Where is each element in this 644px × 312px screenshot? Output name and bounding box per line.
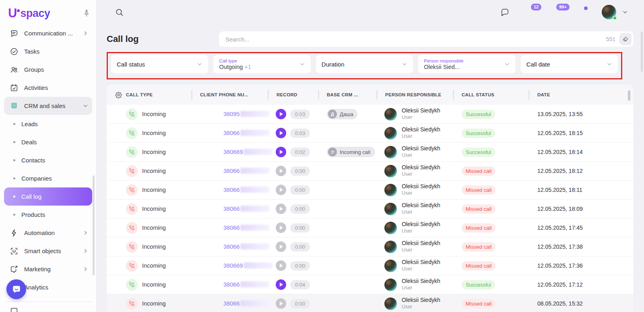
sidebar-item-tasks[interactable]: Tasks (4, 42, 92, 60)
person-responsible-cell[interactable]: Oleksii Siedykh User (376, 164, 453, 177)
table-row[interactable]: Incoming 380669 0:02 Incoming call 38. O… (107, 143, 634, 162)
client-phone-link[interactable]: 38066 (223, 167, 269, 174)
sidebar-item-automation[interactable]: Automation (4, 224, 92, 242)
play-record-button[interactable] (276, 109, 286, 119)
call-type-cell: Incoming (125, 165, 191, 177)
person-responsible-cell[interactable]: Oleksii Siedykh User (376, 183, 453, 196)
sidebar-item-communication[interactable]: Communication ... (4, 24, 92, 42)
person-responsible-cell[interactable]: Oleksii Siedykh User (376, 145, 453, 158)
person-responsible-cell[interactable]: Oleksii Siedykh User (376, 240, 453, 253)
client-phone-link[interactable]: 38066 (223, 186, 269, 193)
contact-initial-avatar: Д (328, 110, 337, 119)
base-crm-chip[interactable]: Incoming call 38. (327, 147, 375, 157)
avatar (384, 127, 397, 139)
chat-widget-button[interactable] (6, 279, 26, 299)
client-phone-link[interactable]: 38066 (223, 129, 269, 136)
chevron-down-icon (82, 102, 89, 109)
person-responsible-cell[interactable]: Oleksii Siedykh User (376, 221, 453, 234)
sidebar-item-products[interactable]: Products (4, 206, 92, 224)
person-responsible-cell[interactable]: Oleksii Siedykh User (376, 297, 453, 310)
table-row[interactable]: Incoming 38066 0:00 Oleksii Siedykh User… (107, 218, 634, 237)
play-record-button[interactable] (276, 204, 286, 214)
comment-icon[interactable] (500, 8, 510, 17)
table-row[interactable]: Incoming 38095 0:03 ДДаша Oleksii Siedyk… (107, 105, 634, 124)
column-header-record[interactable]: RECORD (268, 90, 318, 100)
person-responsible-cell[interactable]: Oleksii Siedykh User (376, 278, 453, 291)
filter-call-type[interactable]: Call typeOutgoing +1 (213, 55, 310, 73)
sidebar-scrollbar[interactable] (93, 175, 95, 275)
person-responsible-cell[interactable]: Oleksii Siedykh User (376, 202, 453, 215)
base-crm-chip[interactable]: ДДаша (327, 109, 357, 119)
table-row[interactable]: Incoming 38066 0:00 Oleksii Siedykh User… (107, 162, 634, 181)
client-phone-link[interactable]: 38066 (223, 224, 269, 231)
table-row[interactable]: Incoming 38066 0:04 Oleksii Siedykh User… (107, 275, 634, 294)
sidebar-item-deals[interactable]: Deals (4, 133, 92, 151)
chats-icon[interactable]: 12 (526, 8, 535, 17)
filter-duration[interactable]: Duration (316, 55, 413, 73)
person-responsible-cell[interactable]: Oleksii Siedykh User (376, 107, 453, 121)
person-responsible-cell[interactable]: Oleksii Siedykh User (376, 126, 453, 139)
sidebar-item-companies[interactable]: Companies (4, 169, 92, 187)
column-header-date[interactable]: DATE (528, 90, 634, 100)
play-record-button[interactable] (276, 185, 286, 195)
sidebar-item-crm-and-sales[interactable]: CRM and sales (4, 97, 92, 115)
play-record-button[interactable] (276, 128, 286, 138)
play-record-button[interactable] (276, 260, 286, 271)
record-cell: 0:03 (268, 109, 318, 119)
bell-icon[interactable] (576, 8, 586, 17)
page-scrollbar[interactable] (641, 31, 643, 72)
column-header-call-type[interactable]: CALL TYPE (125, 90, 191, 100)
sidebar-item-activities[interactable]: Activities (4, 79, 92, 97)
client-phone-link[interactable]: 38066 (223, 281, 269, 288)
play-record-button[interactable] (276, 241, 286, 252)
table-row[interactable]: Incoming 38066 0:00 Oleksii Siedykh User… (107, 237, 634, 256)
client-phone-link[interactable]: 38095 (223, 110, 269, 117)
call-date: 12.05.2025, 18:11 (528, 187, 634, 193)
client-phone-link[interactable]: 380669 (223, 262, 272, 269)
sidebar-subitem-label: Leads (21, 121, 38, 127)
client-phone-link[interactable]: 38066 (223, 205, 269, 212)
user-avatar (602, 5, 616, 19)
table-row[interactable]: Incoming 380669 0:00 Oleksii Siedykh Use… (107, 256, 634, 275)
global-search-icon[interactable] (115, 8, 124, 17)
sidebar-item-groups[interactable]: Groups (4, 60, 92, 79)
topbar: 12 99+ (97, 0, 644, 24)
filter-call-status[interactable]: Call status (111, 55, 208, 73)
clear-search-button[interactable] (619, 33, 632, 45)
play-record-button[interactable] (276, 279, 286, 290)
sidebar-item-smart-objects[interactable]: Smart objects (4, 242, 92, 260)
sidebar-item-contacts[interactable]: Contacts (4, 151, 92, 169)
column-header-base-crm[interactable]: BASE CRM ... (318, 90, 376, 100)
table-row[interactable]: Incoming 38066 0:03 Oleksii Siedykh User… (107, 124, 634, 143)
person-responsible-cell[interactable]: Oleksii Siedykh User (376, 259, 453, 272)
pin-icon[interactable] (83, 9, 91, 17)
uspacy-logo[interactable]: Uspacy (8, 7, 50, 19)
sidebar-subitem-label: Call log (21, 193, 41, 200)
column-header-person-responsible[interactable]: PERSON RESPONSIBLE (376, 90, 453, 100)
filter-call-date[interactable]: Call date (521, 55, 618, 73)
play-record-button[interactable] (276, 147, 286, 157)
table-row[interactable]: Incoming 38066 0:00 Oleksii Siedykh User… (107, 200, 634, 218)
play-record-button[interactable] (276, 298, 286, 309)
column-header-client-phone-nu[interactable]: CLIENT PHONE NU... (191, 90, 268, 100)
client-phone-link[interactable]: 380669 (223, 148, 272, 155)
table-scrollbar[interactable] (628, 90, 630, 101)
client-phone-link[interactable]: 38066 (223, 243, 269, 250)
play-record-button[interactable] (276, 223, 286, 233)
call-type-cell: Incoming (125, 241, 191, 253)
column-header-call-status[interactable]: CALL STATUS (453, 90, 528, 100)
mail-icon[interactable]: 99+ (551, 8, 560, 17)
client-phone-link[interactable]: 38066 (223, 300, 269, 307)
sidebar-item-marketing[interactable]: Marketing (4, 260, 92, 278)
play-record-button[interactable] (276, 166, 286, 176)
search-input[interactable] (225, 36, 606, 43)
filter-person-responsible[interactable]: Person responsibleOleksii Sied... (418, 55, 515, 73)
smart-object-icon (10, 247, 19, 256)
sidebar-item-leads[interactable]: Leads (4, 115, 92, 133)
table-row[interactable]: Incoming 38066 0:00 Oleksii Siedykh User… (107, 294, 634, 312)
gear-icon[interactable] (115, 91, 122, 99)
call-date: 12.05.2025, 18:14 (528, 149, 634, 155)
table-row[interactable]: Incoming 38066 0:00 Oleksii Siedykh User… (107, 181, 634, 200)
profile-menu[interactable] (602, 5, 629, 19)
sidebar-item-call-log[interactable]: Call log (4, 187, 92, 206)
